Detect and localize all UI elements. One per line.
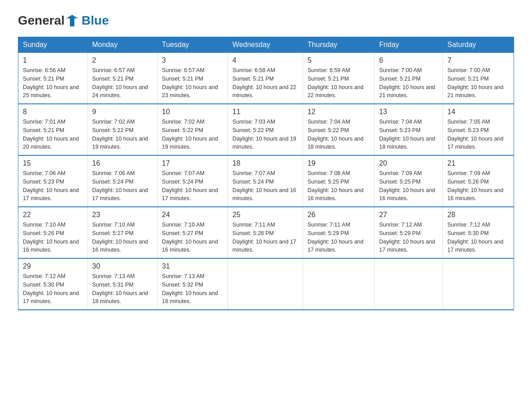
logo-general-text: General bbox=[18, 13, 64, 28]
calendar-cell: 1 Sunrise: 6:56 AM Sunset: 5:21 PM Dayli… bbox=[18, 53, 88, 104]
day-number: 30 bbox=[92, 262, 153, 270]
calendar-cell: 25 Sunrise: 7:11 AM Sunset: 5:28 PM Dayl… bbox=[228, 207, 303, 258]
calendar-cell: 9 Sunrise: 7:02 AM Sunset: 5:22 PM Dayli… bbox=[87, 104, 157, 155]
calendar-cell: 10 Sunrise: 7:02 AM Sunset: 5:22 PM Dayl… bbox=[157, 104, 228, 155]
day-number: 18 bbox=[232, 159, 298, 167]
calendar-cell: 30 Sunrise: 7:13 AM Sunset: 5:31 PM Dayl… bbox=[87, 258, 157, 310]
day-info: Sunrise: 7:12 AM Sunset: 5:30 PM Dayligh… bbox=[447, 221, 509, 254]
day-number: 31 bbox=[162, 262, 223, 270]
day-info: Sunrise: 7:04 AM Sunset: 5:22 PM Dayligh… bbox=[308, 118, 370, 151]
calendar-cell: 13 Sunrise: 7:04 AM Sunset: 5:23 PM Dayl… bbox=[374, 104, 442, 155]
day-info: Sunrise: 7:10 AM Sunset: 5:26 PM Dayligh… bbox=[23, 221, 83, 254]
calendar-cell: 11 Sunrise: 7:03 AM Sunset: 5:22 PM Dayl… bbox=[228, 104, 303, 155]
calendar-cell: 28 Sunrise: 7:12 AM Sunset: 5:30 PM Dayl… bbox=[443, 207, 514, 258]
logo-flag-icon bbox=[65, 14, 79, 27]
day-number: 2 bbox=[92, 56, 153, 64]
calendar-header-row: SundayMondayTuesdayWednesdayThursdayFrid… bbox=[18, 37, 514, 53]
calendar-week-row: 1 Sunrise: 6:56 AM Sunset: 5:21 PM Dayli… bbox=[18, 53, 514, 104]
calendar-cell: 16 Sunrise: 7:06 AM Sunset: 5:24 PM Dayl… bbox=[87, 155, 157, 207]
calendar-cell: 19 Sunrise: 7:08 AM Sunset: 5:25 PM Dayl… bbox=[303, 155, 374, 207]
column-header-tuesday: Tuesday bbox=[157, 37, 228, 53]
calendar-week-row: 15 Sunrise: 7:06 AM Sunset: 5:23 PM Dayl… bbox=[18, 155, 514, 207]
calendar-cell: 22 Sunrise: 7:10 AM Sunset: 5:26 PM Dayl… bbox=[18, 207, 88, 258]
day-number: 8 bbox=[23, 108, 83, 116]
calendar-cell bbox=[443, 258, 514, 310]
day-number: 3 bbox=[162, 56, 223, 64]
day-number: 23 bbox=[92, 211, 153, 219]
calendar-week-row: 22 Sunrise: 7:10 AM Sunset: 5:26 PM Dayl… bbox=[18, 207, 514, 258]
day-number: 28 bbox=[447, 211, 509, 219]
day-info: Sunrise: 7:09 AM Sunset: 5:26 PM Dayligh… bbox=[447, 169, 509, 203]
calendar-cell bbox=[228, 258, 303, 310]
calendar-cell: 17 Sunrise: 7:07 AM Sunset: 5:24 PM Dayl… bbox=[157, 155, 228, 207]
column-header-saturday: Saturday bbox=[443, 37, 514, 53]
svg-marker-0 bbox=[66, 15, 78, 26]
day-number: 14 bbox=[447, 108, 509, 116]
calendar-cell: 21 Sunrise: 7:09 AM Sunset: 5:26 PM Dayl… bbox=[443, 155, 514, 207]
column-header-friday: Friday bbox=[374, 37, 442, 53]
day-info: Sunrise: 7:00 AM Sunset: 5:21 PM Dayligh… bbox=[447, 66, 509, 100]
day-info: Sunrise: 7:10 AM Sunset: 5:27 PM Dayligh… bbox=[162, 221, 223, 254]
calendar-cell: 24 Sunrise: 7:10 AM Sunset: 5:27 PM Dayl… bbox=[157, 207, 228, 258]
calendar-cell: 3 Sunrise: 6:57 AM Sunset: 5:21 PM Dayli… bbox=[157, 53, 228, 104]
day-info: Sunrise: 6:57 AM Sunset: 5:21 PM Dayligh… bbox=[162, 66, 223, 100]
day-number: 4 bbox=[232, 56, 298, 64]
day-info: Sunrise: 6:59 AM Sunset: 5:21 PM Dayligh… bbox=[308, 66, 370, 100]
calendar-cell: 4 Sunrise: 6:58 AM Sunset: 5:21 PM Dayli… bbox=[228, 53, 303, 104]
calendar-cell: 15 Sunrise: 7:06 AM Sunset: 5:23 PM Dayl… bbox=[18, 155, 88, 207]
day-info: Sunrise: 7:08 AM Sunset: 5:25 PM Dayligh… bbox=[308, 169, 370, 203]
calendar-cell: 20 Sunrise: 7:09 AM Sunset: 5:25 PM Dayl… bbox=[374, 155, 442, 207]
day-info: Sunrise: 6:56 AM Sunset: 5:21 PM Dayligh… bbox=[23, 66, 83, 100]
day-number: 10 bbox=[162, 108, 223, 116]
day-info: Sunrise: 7:13 AM Sunset: 5:31 PM Dayligh… bbox=[92, 272, 153, 306]
day-info: Sunrise: 7:05 AM Sunset: 5:23 PM Dayligh… bbox=[447, 118, 509, 151]
day-number: 11 bbox=[232, 108, 298, 116]
day-number: 13 bbox=[379, 108, 438, 116]
day-number: 15 bbox=[23, 159, 83, 167]
page-header: General Blue bbox=[18, 13, 514, 28]
day-number: 20 bbox=[379, 159, 438, 167]
calendar-week-row: 29 Sunrise: 7:12 AM Sunset: 5:30 PM Dayl… bbox=[18, 258, 514, 310]
day-info: Sunrise: 6:58 AM Sunset: 5:21 PM Dayligh… bbox=[232, 66, 298, 100]
calendar-cell bbox=[374, 258, 442, 310]
day-info: Sunrise: 7:12 AM Sunset: 5:29 PM Dayligh… bbox=[379, 221, 438, 254]
calendar-cell bbox=[303, 258, 374, 310]
day-info: Sunrise: 6:57 AM Sunset: 5:21 PM Dayligh… bbox=[92, 66, 153, 100]
logo-blue-text: Blue bbox=[82, 13, 109, 28]
day-number: 17 bbox=[162, 159, 223, 167]
calendar-cell: 12 Sunrise: 7:04 AM Sunset: 5:22 PM Dayl… bbox=[303, 104, 374, 155]
day-number: 19 bbox=[308, 159, 370, 167]
day-number: 21 bbox=[447, 159, 509, 167]
day-number: 16 bbox=[92, 159, 153, 167]
day-number: 24 bbox=[162, 211, 223, 219]
day-number: 7 bbox=[447, 56, 509, 64]
calendar-cell: 8 Sunrise: 7:01 AM Sunset: 5:21 PM Dayli… bbox=[18, 104, 88, 155]
day-info: Sunrise: 7:10 AM Sunset: 5:27 PM Dayligh… bbox=[92, 221, 153, 254]
calendar-cell: 5 Sunrise: 6:59 AM Sunset: 5:21 PM Dayli… bbox=[303, 53, 374, 104]
calendar-cell: 2 Sunrise: 6:57 AM Sunset: 5:21 PM Dayli… bbox=[87, 53, 157, 104]
calendar-cell: 18 Sunrise: 7:07 AM Sunset: 5:24 PM Dayl… bbox=[228, 155, 303, 207]
day-info: Sunrise: 7:07 AM Sunset: 5:24 PM Dayligh… bbox=[162, 169, 223, 203]
day-info: Sunrise: 7:02 AM Sunset: 5:22 PM Dayligh… bbox=[92, 118, 153, 151]
calendar-cell: 7 Sunrise: 7:00 AM Sunset: 5:21 PM Dayli… bbox=[443, 53, 514, 104]
column-header-monday: Monday bbox=[87, 37, 157, 53]
day-number: 12 bbox=[308, 108, 370, 116]
day-number: 6 bbox=[379, 56, 438, 64]
calendar-table: SundayMondayTuesdayWednesdayThursdayFrid… bbox=[18, 37, 514, 310]
day-number: 22 bbox=[23, 211, 83, 219]
day-info: Sunrise: 7:04 AM Sunset: 5:23 PM Dayligh… bbox=[379, 118, 438, 151]
calendar-cell: 31 Sunrise: 7:13 AM Sunset: 5:32 PM Dayl… bbox=[157, 258, 228, 310]
day-info: Sunrise: 7:13 AM Sunset: 5:32 PM Dayligh… bbox=[162, 272, 223, 306]
day-info: Sunrise: 7:11 AM Sunset: 5:28 PM Dayligh… bbox=[232, 221, 298, 254]
day-info: Sunrise: 7:09 AM Sunset: 5:25 PM Dayligh… bbox=[379, 169, 438, 203]
day-info: Sunrise: 7:06 AM Sunset: 5:23 PM Dayligh… bbox=[23, 169, 83, 203]
day-info: Sunrise: 7:00 AM Sunset: 5:21 PM Dayligh… bbox=[379, 66, 438, 100]
day-info: Sunrise: 7:07 AM Sunset: 5:24 PM Dayligh… bbox=[232, 169, 298, 203]
calendar-week-row: 8 Sunrise: 7:01 AM Sunset: 5:21 PM Dayli… bbox=[18, 104, 514, 155]
calendar-cell: 6 Sunrise: 7:00 AM Sunset: 5:21 PM Dayli… bbox=[374, 53, 442, 104]
calendar-cell: 27 Sunrise: 7:12 AM Sunset: 5:29 PM Dayl… bbox=[374, 207, 442, 258]
calendar-cell: 14 Sunrise: 7:05 AM Sunset: 5:23 PM Dayl… bbox=[443, 104, 514, 155]
day-info: Sunrise: 7:12 AM Sunset: 5:30 PM Dayligh… bbox=[23, 272, 83, 306]
day-number: 5 bbox=[308, 56, 370, 64]
day-info: Sunrise: 7:03 AM Sunset: 5:22 PM Dayligh… bbox=[232, 118, 298, 151]
